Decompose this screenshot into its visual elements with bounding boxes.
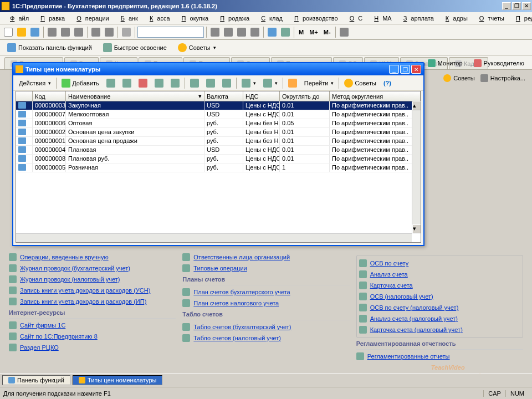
minimize-button[interactable]: _ xyxy=(502,2,511,10)
tb-edit-button[interactable] xyxy=(103,77,119,89)
copy-button[interactable] xyxy=(59,26,71,38)
link[interactable]: Анализ счета xyxy=(370,271,408,278)
menu-item[interactable]: Файл xyxy=(2,13,33,23)
link[interactable]: Типовые операции xyxy=(193,265,247,272)
link[interactable]: Запись книги учета доходов и расходов (У… xyxy=(20,287,150,294)
close-button[interactable]: ✕ xyxy=(522,2,531,10)
task-panel-functions[interactable]: Панель функций xyxy=(2,375,70,385)
menu-item[interactable]: Кадры xyxy=(438,13,472,23)
link[interactable]: План счетов бухгалтерского учета xyxy=(193,289,290,295)
tb-help-icon[interactable] xyxy=(285,77,300,89)
link[interactable]: Журнал проводок (бухгалтерский учет) xyxy=(20,265,130,272)
menu-item[interactable]: Продажа xyxy=(212,13,253,23)
modal-minimize-button[interactable]: _ xyxy=(389,65,399,74)
column-header[interactable]: Округлять до xyxy=(280,91,330,101)
link[interactable]: ОСВ (налоговый учет) xyxy=(370,293,433,300)
modal-advice-button[interactable]: Советы xyxy=(341,77,379,89)
tb-delete-button[interactable] xyxy=(135,77,151,89)
menu-item[interactable]: ОС xyxy=(342,13,367,23)
task-price-types[interactable]: Типы цен номенклатуры xyxy=(73,375,162,385)
menu-item[interactable]: Покупка xyxy=(174,13,213,23)
menu-item[interactable]: Зарплата xyxy=(396,13,438,23)
actions-button[interactable]: Действия xyxy=(16,77,54,89)
tb-print-button[interactable] xyxy=(260,77,281,89)
table-row[interactable]: 000000008Плановая руб.руб.Цены с НДС0.01… xyxy=(16,155,421,163)
tb-filter-button[interactable] xyxy=(203,77,218,89)
scroll-up-button[interactable]: ▴ xyxy=(412,101,421,110)
vertical-scrollbar[interactable]: ▴ ▾ xyxy=(412,101,421,233)
go-button[interactable]: Перейти xyxy=(301,77,337,89)
m-button[interactable]: M xyxy=(296,26,306,38)
tb-btn-2[interactable] xyxy=(222,26,234,38)
menu-item[interactable]: Отчеты xyxy=(472,13,508,23)
tb-btn-1[interactable] xyxy=(209,26,221,38)
link[interactable]: Раздел РЦКО xyxy=(20,344,59,351)
column-header[interactable]: Валюта xyxy=(204,91,243,101)
menu-item[interactable]: Банк xyxy=(113,13,142,23)
scroll-down-button[interactable]: ▾ xyxy=(412,224,421,233)
table-row[interactable]: 000000003ЗакупочнаяUSDЦены с НДС0.01По а… xyxy=(16,101,421,110)
tb-btn-3[interactable] xyxy=(236,26,248,38)
tb-view-button[interactable] xyxy=(238,77,259,89)
horizontal-scrollbar[interactable] xyxy=(16,233,412,242)
column-header[interactable]: Наименование▾ xyxy=(66,91,204,101)
find-button[interactable] xyxy=(120,26,132,38)
link[interactable]: ОСВ по счету xyxy=(370,260,409,267)
link[interactable]: Сайт фирмы 1С xyxy=(20,322,65,329)
menu-item[interactable]: Правка xyxy=(33,13,69,23)
link[interactable]: Журнал проводок (налоговый учет) xyxy=(20,276,120,283)
add-button[interactable]: Добавить xyxy=(58,77,103,89)
column-header[interactable]: НДС xyxy=(243,91,280,101)
menu-item[interactable]: Предприятие xyxy=(508,13,532,23)
panel-advice-button[interactable]: Советы xyxy=(443,74,474,82)
column-header[interactable]: Код xyxy=(33,91,66,101)
column-header[interactable]: Метод округления xyxy=(330,91,421,101)
link[interactable]: Ответственные лица организаций xyxy=(193,254,290,260)
menu-item[interactable]: НМА xyxy=(366,13,395,23)
link[interactable]: Табло счетов (бухгалтерский учет) xyxy=(193,324,291,330)
tab-monitor[interactable]: Монитор xyxy=(423,57,467,69)
menu-item[interactable]: Производство xyxy=(287,13,342,23)
link[interactable]: План счетов налогового учета xyxy=(193,300,279,306)
link[interactable]: Карточка счета xyxy=(370,282,413,289)
tb-copy-button[interactable] xyxy=(119,77,135,89)
column-header[interactable] xyxy=(16,91,33,101)
save-button[interactable] xyxy=(29,26,41,38)
link[interactable]: Табло счетов (налоговый учет) xyxy=(193,335,281,341)
modal-maximize-button[interactable]: ❐ xyxy=(400,65,410,74)
link[interactable]: Запись книги учета доходов и расходов (И… xyxy=(20,298,146,305)
advice-button[interactable]: Советы xyxy=(174,42,220,54)
tab-manager[interactable]: Руководителю xyxy=(469,57,529,69)
table-row[interactable]: 000000004ПлановаяUSDЦены с НДС0.01По ари… xyxy=(16,146,421,155)
show-panel-button[interactable]: Показать панель функций xyxy=(3,42,96,54)
m-minus-button[interactable]: M- xyxy=(321,26,333,38)
modal-close-button[interactable]: ✕ xyxy=(411,65,421,74)
undo-button[interactable] xyxy=(90,26,102,38)
tools-button[interactable] xyxy=(338,26,350,38)
table-row[interactable]: 000000006Оптоваяруб.Цены без Н..0.05По а… xyxy=(16,119,421,128)
link[interactable]: Анализ счета (налоговый учет) xyxy=(370,315,458,322)
modal-help-button[interactable]: (?) xyxy=(380,77,395,89)
quick-learn-button[interactable]: Быстрое освоение xyxy=(99,42,171,54)
menu-item[interactable]: Операции xyxy=(69,13,112,23)
calendar-button[interactable] xyxy=(266,26,278,38)
paste-button[interactable] xyxy=(73,26,85,38)
table-row[interactable]: 000000001Основная цена продажируб.Цены б… xyxy=(16,137,421,146)
m-plus-button[interactable]: M+ xyxy=(307,26,320,38)
menu-item[interactable]: Склад xyxy=(253,13,287,23)
restore-button[interactable]: ❐ xyxy=(512,2,521,10)
tb-btn-4[interactable] xyxy=(249,26,261,38)
panel-settings-button[interactable]: Настройка... xyxy=(480,74,525,82)
calc-button[interactable] xyxy=(279,26,291,38)
link[interactable]: Карточка счета (налоговый учет) xyxy=(370,326,463,333)
link[interactable]: ОСВ по счету (налоговый учет) xyxy=(370,304,459,311)
link[interactable]: Операции, введенные вручную xyxy=(20,254,109,260)
toolbar-combo[interactable] xyxy=(137,27,204,38)
table-row[interactable]: 000000002Основная цена закупкируб.Цены б… xyxy=(16,128,421,137)
redo-button[interactable] xyxy=(103,26,115,38)
table-row[interactable]: 000000005Розничнаяруб.Цены с НДС1По ариф… xyxy=(16,163,421,172)
tb-filter2-button[interactable] xyxy=(219,77,234,89)
tb-mark-button[interactable] xyxy=(151,77,167,89)
cut-button[interactable] xyxy=(46,26,58,38)
open-button[interactable] xyxy=(16,26,28,38)
